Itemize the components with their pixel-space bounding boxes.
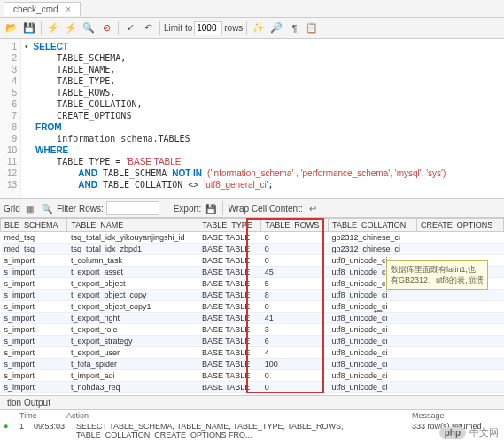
table-row[interactable]: s_importt_export_object_copy1BASE TABLE0… (1, 301, 504, 313)
snippet-icon[interactable]: 📋 (304, 20, 320, 36)
php-badge: php (439, 427, 466, 439)
results-table[interactable]: BLE_SCHEMATABLE_NAMETABLE_TYPETABLE_ROWS… (0, 218, 504, 395)
column-header[interactable]: TABLE_COLLATION (329, 219, 417, 232)
explain-icon[interactable]: 🔍 (81, 20, 97, 36)
table-row[interactable]: s_importt_fofa_spiderBASE TABLE100utf8_u… (1, 359, 504, 370)
watermark-text: 中文网 (469, 426, 499, 439)
output-header: Time Action Message (0, 410, 504, 421)
stop-icon[interactable]: ⊘ (98, 20, 114, 36)
column-header[interactable]: TABLE_ROWS (261, 219, 329, 232)
export-label: Export: (174, 204, 202, 214)
watermark: php 中文网 (439, 426, 499, 439)
sql-toolbar: 📂 💾 ⚡ ⚡ 🔍 ⊘ ✓ ↶ Limit to rows ✨ 🔎 ¶ 📋 (0, 18, 504, 39)
results-grid[interactable]: BLE_SCHEMATABLE_NAMETABLE_TYPETABLE_ROWS… (0, 218, 504, 395)
table-row[interactable]: s_importt_export_object_copyBASE TABLE8u… (1, 290, 504, 301)
execute-step-icon[interactable]: ⚡ (63, 20, 79, 36)
column-header[interactable]: TABLE_TYPE (198, 219, 261, 232)
wrap-label: Wrap Cell Content: (228, 204, 302, 214)
wrap-icon[interactable]: ¶ (286, 20, 302, 36)
editor-tab-bar: check_cmd × (0, 0, 504, 18)
table-row[interactable]: s_importt_export_strategyBASE TABLE6utf8… (1, 336, 504, 347)
rollback-icon[interactable]: ↶ (140, 20, 156, 36)
success-icon: ● (4, 422, 12, 439)
wrap-cell-icon[interactable]: ↩ (306, 201, 320, 215)
output-row[interactable]: ● 1 09:53:03 SELECT TABLE_SCHEMA, TABLE_… (0, 421, 504, 440)
sql-editor[interactable]: 12345678910111213 • SELECT TABLE_SCHEMA,… (0, 39, 504, 198)
line-gutter: 12345678910111213 (0, 39, 21, 198)
column-header[interactable]: BLE_SCHEMA (1, 219, 67, 232)
export-icon[interactable]: 💾 (204, 201, 218, 215)
table-row[interactable]: s_importt_nohda3_reqBASE TABLE0utf8_unic… (1, 382, 504, 393)
save-icon[interactable]: 💾 (21, 20, 37, 36)
execute-icon[interactable]: ⚡ (45, 20, 61, 36)
table-row[interactable]: s_importt_export_roleBASE TABLE3utf8_uni… (1, 324, 504, 336)
close-icon[interactable]: × (66, 4, 71, 14)
table-row[interactable]: med_tsqtsq_total_idx_zbpd1BASE TABLE0gb2… (1, 244, 504, 255)
arrow-icon: ← (371, 303, 385, 319)
table-row[interactable]: med_tsqtsq_total_idx_yikouyanjingshi_idB… (1, 232, 504, 244)
grid-icon[interactable]: ▦ (23, 201, 37, 215)
output-tab[interactable]: tion Output (0, 396, 504, 410)
output-panel: tion Output Time Action Message ● 1 09:5… (0, 395, 504, 443)
grid-label: Grid (4, 204, 20, 214)
editor-tab[interactable]: check_cmd × (4, 2, 81, 16)
rows-label: rows (224, 23, 243, 33)
filter-icon[interactable]: 🔍 (40, 201, 54, 215)
open-icon[interactable]: 📂 (4, 20, 19, 36)
filter-input[interactable] (106, 201, 159, 215)
table-row[interactable]: s_importt_export_rightBASE TABLE41utf8_u… (1, 313, 504, 324)
table-row[interactable]: s_importt_import_adiBASE TABLE0utf8_unic… (1, 370, 504, 382)
annotation-callout: 数据库里面既有latin1,也有GB2312、utf8的表,崩溃 (386, 260, 488, 290)
find-icon[interactable]: 🔎 (268, 20, 284, 36)
code-area[interactable]: • SELECT TABLE_SCHEMA, TABLE_NAME, TABLE… (21, 39, 504, 198)
limit-label: Limit to (164, 23, 192, 33)
table-row[interactable]: s_importt_export_userBASE TABLE4utf8_uni… (1, 347, 504, 359)
column-header[interactable]: TABLE_NAME (67, 219, 198, 232)
limit-input[interactable] (194, 21, 222, 35)
tab-title: check_cmd (13, 4, 58, 14)
beautify-icon[interactable]: ✨ (251, 20, 267, 36)
commit-icon[interactable]: ✓ (122, 20, 138, 36)
filter-label: Filter Rows: (57, 204, 104, 214)
results-toolbar: Grid ▦ 🔍 Filter Rows: Export: 💾 Wrap Cel… (0, 198, 504, 218)
column-header[interactable]: CREATE_OPTIONS (417, 219, 504, 232)
